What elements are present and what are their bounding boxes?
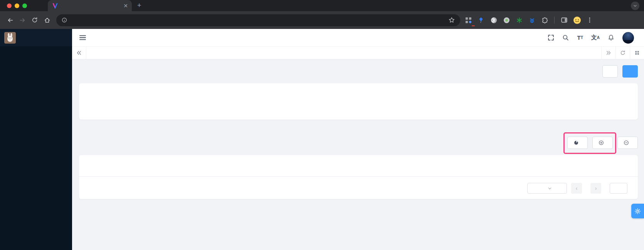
back-button[interactable]	[4, 14, 16, 26]
page-size-select[interactable]	[527, 183, 567, 194]
unlink-button[interactable]	[617, 137, 638, 149]
window-controls	[0, 0, 33, 11]
opportunity-table-card: ‹ ›	[79, 155, 638, 199]
layout-grid-icon[interactable]	[630, 47, 644, 59]
pagination: ‹ ›	[79, 177, 638, 195]
next-page-button[interactable]: ›	[590, 183, 601, 194]
forward-button[interactable]	[16, 14, 29, 26]
tags-scroll-right-icon[interactable]	[601, 47, 615, 59]
user-avatar	[622, 32, 634, 44]
browser-toolbar	[0, 11, 644, 29]
tab-close-icon[interactable]: ✕	[123, 3, 128, 8]
translate-icon[interactable]: 文A	[591, 34, 600, 41]
menu-fold-icon[interactable]	[79, 34, 86, 41]
extensions-puzzle-icon[interactable]	[540, 15, 550, 25]
create-opportunity-button[interactable]	[567, 137, 588, 149]
chevrons-extension-icon[interactable]	[527, 15, 537, 25]
contact-info-card	[79, 83, 638, 120]
browser-tab[interactable]: ✕	[48, 0, 132, 11]
browser-menu-kebab-icon[interactable]	[585, 15, 595, 25]
circle-plus-icon	[599, 140, 604, 145]
favicon	[52, 3, 58, 8]
url-bar[interactable]	[56, 14, 460, 26]
kite-extension-icon[interactable]	[476, 15, 486, 25]
search-icon[interactable]	[562, 34, 569, 41]
profile-avatar-icon[interactable]	[572, 15, 582, 25]
opportunity-icon	[573, 140, 579, 145]
app-header: TT 文A	[72, 29, 644, 46]
fullscreen-icon[interactable]	[548, 34, 554, 41]
page-content: ‹ ›	[72, 59, 644, 250]
chevron-down-icon	[548, 186, 552, 191]
circle-minus-icon	[624, 140, 629, 145]
home-button[interactable]	[41, 14, 53, 26]
table-header-row	[79, 157, 638, 177]
bookmark-star-icon[interactable]	[449, 17, 455, 23]
settings-gear-button[interactable]	[631, 204, 644, 218]
app-logo	[0, 29, 72, 46]
tab-search-chevron-icon[interactable]	[631, 2, 639, 10]
record-extension-icon[interactable]	[501, 15, 511, 25]
prev-page-button[interactable]: ‹	[571, 183, 582, 194]
site-info-icon[interactable]	[62, 17, 67, 23]
pinwheel-extension-icon[interactable]	[489, 15, 499, 25]
window-minimize-button[interactable]	[15, 3, 19, 8]
extension-icons	[463, 15, 595, 25]
goto-page-input[interactable]	[610, 183, 627, 194]
extension-grid-icon[interactable]	[463, 15, 473, 25]
logo-rabbit-icon	[4, 32, 16, 44]
font-size-icon[interactable]: TT	[577, 34, 583, 41]
table-actions	[79, 137, 638, 149]
reload-button[interactable]	[29, 14, 41, 26]
screen: ✕ +	[0, 0, 644, 250]
notification-bell-icon[interactable]	[608, 34, 614, 41]
tags-view-bar	[72, 46, 644, 59]
sidebar-submenu	[0, 46, 72, 250]
window-close-button[interactable]	[7, 3, 12, 8]
tags-refresh-icon[interactable]	[615, 47, 630, 59]
link-button[interactable]	[592, 137, 613, 149]
green-star-extension-icon[interactable]	[514, 15, 524, 25]
sidebar	[0, 29, 72, 250]
transfer-button[interactable]	[622, 65, 638, 78]
window-zoom-button[interactable]	[22, 3, 27, 8]
tags-scroll-left-icon[interactable]	[72, 47, 86, 59]
extension-badge	[472, 25, 475, 26]
new-tab-button[interactable]: +	[132, 2, 147, 10]
browser-tab-strip: ✕ +	[0, 0, 644, 11]
side-panel-icon[interactable]	[559, 15, 569, 25]
edit-button[interactable]	[602, 65, 618, 78]
user-menu[interactable]	[622, 32, 637, 44]
toolbar-divider	[554, 17, 555, 24]
